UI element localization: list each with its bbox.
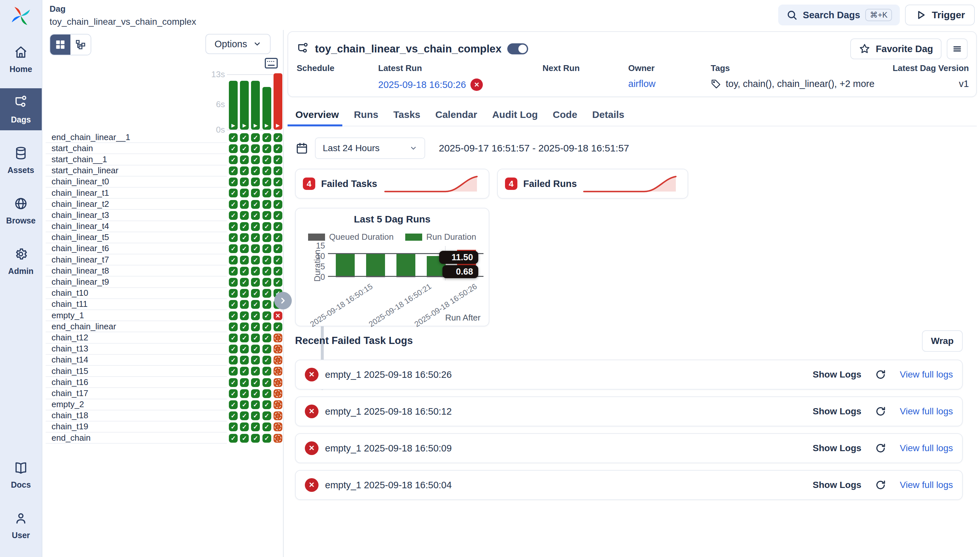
task-instance-success[interactable]: ✓ [229, 322, 238, 331]
view-full-logs-link[interactable]: View full logs [900, 480, 953, 490]
task-id-label[interactable]: start_chain [46, 143, 227, 154]
graph-view-button[interactable] [70, 34, 91, 55]
task-instance-success[interactable]: ✓ [263, 244, 271, 253]
task-instance-success[interactable]: ✓ [229, 278, 238, 287]
task-instance-success[interactable]: ✓ [263, 267, 271, 275]
task-id-label[interactable]: empty_1 [46, 310, 227, 321]
tab-overview[interactable]: Overview [296, 109, 339, 120]
dag-pause-toggle[interactable] [507, 43, 528, 54]
task-instance-upstream-failed[interactable]: ↑ [274, 356, 283, 365]
task-instance-success[interactable]: ✓ [251, 434, 260, 443]
task-id-label[interactable]: chain_linear_t2 [46, 199, 227, 210]
task-instance-success[interactable]: ✓ [263, 233, 271, 242]
sidebar-item-user[interactable]: User [0, 504, 42, 546]
task-instance-success[interactable]: ✓ [263, 434, 271, 443]
task-instance-success[interactable]: ✓ [274, 189, 283, 197]
task-instance-success[interactable]: ✓ [263, 166, 271, 175]
task-id-label[interactable]: chain_linear_t5 [46, 232, 227, 243]
sidebar-item-admin[interactable]: Admin [0, 240, 42, 282]
task-instance-success[interactable]: ✓ [240, 400, 249, 409]
refresh-icon[interactable] [875, 479, 886, 490]
dag-menu-button[interactable] [947, 38, 968, 59]
task-instance-success[interactable]: ✓ [229, 222, 238, 231]
task-instance-success[interactable]: ✓ [251, 200, 260, 209]
task-instance-success[interactable]: ✓ [251, 400, 260, 409]
task-instance-success[interactable]: ✓ [274, 256, 283, 264]
task-instance-success[interactable]: ✓ [263, 189, 271, 197]
task-instance-success[interactable]: ✓ [240, 178, 249, 186]
task-id-label[interactable]: start_chain__1 [46, 154, 227, 165]
task-instance-success[interactable]: ✓ [251, 334, 260, 342]
task-instance-success[interactable]: ✓ [229, 378, 238, 387]
tab-calendar[interactable]: Calendar [435, 109, 477, 120]
task-instance-upstream-failed[interactable]: ↑ [274, 345, 283, 353]
task-instance-success[interactable]: ✓ [263, 356, 271, 365]
task-instance-success[interactable]: ✓ [263, 278, 271, 287]
task-instance-success[interactable]: ✓ [251, 133, 260, 142]
show-logs-button[interactable]: Show Logs [813, 406, 861, 417]
task-instance-success[interactable]: ✓ [263, 389, 271, 398]
task-instance-success[interactable]: ✓ [229, 256, 238, 264]
task-id-label[interactable]: chain_t17 [46, 388, 227, 399]
sidebar-item-assets[interactable]: Assets [0, 139, 42, 181]
task-instance-success[interactable]: ✓ [263, 155, 271, 164]
task-instance-success[interactable]: ✓ [263, 411, 271, 420]
task-id-label[interactable]: chain_t10 [46, 288, 227, 299]
task-instance-success[interactable]: ✓ [240, 144, 249, 153]
task-id-label[interactable]: chain_linear_t6 [46, 243, 227, 254]
show-logs-button[interactable]: Show Logs [813, 480, 861, 490]
task-instance-success[interactable]: ✓ [240, 211, 249, 220]
task-instance-success[interactable]: ✓ [240, 411, 249, 420]
task-instance-success[interactable]: ✓ [274, 322, 283, 331]
time-range-select[interactable]: Last 24 Hours [315, 137, 425, 159]
task-instance-success[interactable]: ✓ [240, 378, 249, 387]
task-id-label[interactable]: chain_t14 [46, 355, 227, 366]
task-instance-success[interactable]: ✓ [263, 345, 271, 353]
task-instance-success[interactable]: ✓ [240, 189, 249, 197]
task-instance-success[interactable]: ✓ [274, 233, 283, 242]
task-id-label[interactable]: chain_t13 [46, 344, 227, 355]
dag-run-bar-success[interactable]: ▶ [251, 81, 260, 130]
task-id-label[interactable]: chain_linear_t0 [46, 176, 227, 187]
task-instance-success[interactable]: ✓ [263, 256, 271, 264]
task-instance-success[interactable]: ✓ [240, 389, 249, 398]
task-instance-success[interactable]: ✓ [263, 311, 271, 320]
task-instance-success[interactable]: ✓ [251, 389, 260, 398]
dag-run-bar-success[interactable]: ▶ [240, 81, 249, 130]
task-instance-success[interactable]: ✓ [229, 389, 238, 398]
task-instance-success[interactable]: ✓ [263, 378, 271, 387]
task-instance-success[interactable]: ✓ [263, 178, 271, 186]
task-instance-success[interactable]: ✓ [251, 244, 260, 253]
task-instance-success[interactable]: ✓ [263, 400, 271, 409]
options-button[interactable]: Options [206, 34, 271, 54]
task-id-label[interactable]: chain_linear_t1 [46, 187, 227, 199]
dag-run-bar-success[interactable]: ▶ [229, 81, 238, 130]
task-instance-success[interactable]: ✓ [240, 422, 249, 431]
task-instance-success[interactable]: ✓ [251, 367, 260, 376]
task-id-label[interactable]: chain_linear_t7 [46, 254, 227, 265]
task-instance-success[interactable]: ✓ [240, 155, 249, 164]
task-instance-success[interactable]: ✓ [251, 256, 260, 264]
task-instance-success[interactable]: ✓ [274, 244, 283, 253]
task-instance-upstream-failed[interactable]: ↑ [274, 334, 283, 342]
task-instance-success[interactable]: ✓ [274, 267, 283, 275]
task-instance-success[interactable]: ✓ [251, 178, 260, 186]
task-instance-success[interactable]: ✓ [251, 222, 260, 231]
task-instance-success[interactable]: ✓ [263, 334, 271, 342]
refresh-icon[interactable] [875, 406, 886, 417]
task-instance-success[interactable]: ✓ [274, 211, 283, 220]
task-instance-success[interactable]: ✓ [240, 222, 249, 231]
task-instance-success[interactable]: ✓ [251, 300, 260, 309]
tags-value[interactable]: toy, chain(), chain_linear(), +2 more [726, 78, 874, 89]
task-instance-success[interactable]: ✓ [229, 411, 238, 420]
task-instance-success[interactable]: ✓ [274, 166, 283, 175]
task-instance-success[interactable]: ✓ [240, 278, 249, 287]
task-instance-success[interactable]: ✓ [229, 144, 238, 153]
task-instance-success[interactable]: ✓ [240, 244, 249, 253]
task-instance-success[interactable]: ✓ [229, 233, 238, 242]
task-id-label[interactable]: chain_linear_t9 [46, 277, 227, 288]
task-instance-success[interactable]: ✓ [229, 345, 238, 353]
task-instance-success[interactable]: ✓ [251, 278, 260, 287]
task-id-label[interactable]: end_chain_linear [46, 321, 227, 332]
task-instance-success[interactable]: ✓ [251, 422, 260, 431]
